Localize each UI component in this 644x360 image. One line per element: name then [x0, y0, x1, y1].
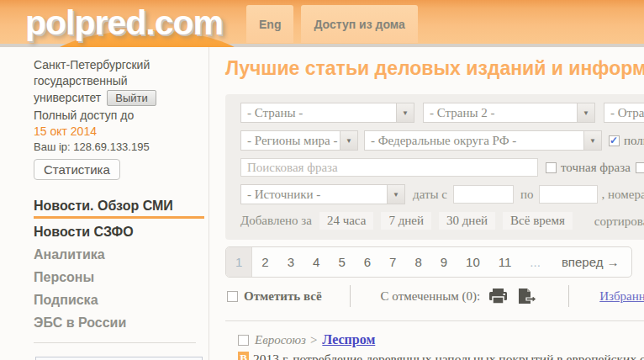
page-5[interactable]: 5 — [329, 247, 354, 277]
with-selected-label: С отмеченным (0): — [381, 289, 481, 304]
industries-select[interactable]: - Отрасл — [604, 103, 644, 123]
tab-home-access[interactable]: Доступ из дома — [301, 5, 417, 43]
page-1: 1 — [226, 247, 252, 277]
divider — [350, 285, 351, 307]
divider — [568, 285, 569, 307]
date-to-input[interactable] — [539, 185, 598, 204]
selection-bar: Отметить всё С отмеченным (0): Избранн — [225, 285, 644, 307]
sidebar-item-ebs-russia[interactable]: ЭБС в России — [34, 315, 202, 331]
org-name-line3: университет — [34, 90, 101, 106]
date-from-input[interactable] — [453, 185, 514, 204]
access-date: 15 окт 2014 — [34, 124, 202, 140]
sidebar-separator — [34, 342, 196, 343]
federal-districts-select-value: - Федеральные округа РФ - — [365, 134, 583, 148]
main-content: Лучшие статьи деловых изданий и информ -… — [225, 47, 644, 360]
sidebar-item-news-szfo[interactable]: Новости СЗФО — [34, 225, 202, 240]
article-category: Евросоюз — [255, 333, 306, 347]
search-input[interactable] — [240, 158, 538, 177]
article-checkbox[interactable] — [238, 335, 249, 346]
sort-label: сортировать — [594, 214, 644, 228]
sidebar-item-news-smi[interactable]: Новости. Обзор СМИ — [34, 199, 204, 219]
numbers-label: , номера — [601, 188, 644, 202]
period-7d-button[interactable]: 7 дней — [381, 212, 431, 230]
print-button[interactable] — [488, 289, 508, 304]
page-2[interactable]: 2 — [252, 247, 277, 277]
dates-from-label: даты с — [413, 188, 447, 202]
favorites-link[interactable]: Избранн — [599, 289, 644, 304]
page-4[interactable]: 4 — [304, 247, 329, 277]
added-label: Добавлено за — [240, 214, 312, 228]
article-rubric-link[interactable]: Леспром — [322, 332, 375, 347]
fulltext-label: полны — [624, 134, 644, 148]
header-tabs: Eng Доступ из дома — [246, 5, 418, 43]
dates-to-label: по — [520, 188, 534, 202]
statistics-button[interactable]: Статистика — [34, 159, 120, 180]
exact-phrase-label: точная фраза — [561, 161, 631, 175]
export-doc-icon — [518, 289, 536, 304]
breadcrumb-separator: > — [310, 333, 317, 347]
page-10[interactable]: 10 — [457, 247, 489, 277]
page-8[interactable]: 8 — [405, 247, 430, 277]
page-6[interactable]: 6 — [355, 247, 380, 277]
countries-select-value: - Страны - — [241, 106, 396, 120]
org-name-line2: государственный — [34, 73, 202, 89]
page-9[interactable]: 9 — [431, 247, 457, 277]
chevron-down-icon: ▼ — [396, 103, 414, 122]
page-11[interactable]: 11 — [489, 247, 521, 277]
sidebar-item-persons[interactable]: Персоны — [34, 270, 202, 285]
header: polpred.com Eng Доступ из дома — [0, 0, 644, 47]
next-page-button[interactable]: вперед → — [550, 247, 631, 277]
facebook-widget[interactable]: Найдите нас на Facebook — [35, 357, 203, 360]
source-badge: В — [238, 352, 249, 360]
article-header-row: Евросоюз > Леспром — [225, 332, 644, 347]
sidebar-content-divider — [209, 47, 209, 360]
site-logo[interactable]: polpred.com — [25, 3, 223, 43]
countries-select[interactable]: - Страны - ▼ — [240, 103, 414, 123]
sidebar-item-analytics[interactable]: Аналитика — [34, 247, 202, 262]
second-checkbox[interactable] — [636, 162, 644, 173]
page-ellipsis: ... — [520, 247, 550, 277]
content-separator — [225, 320, 644, 321]
article-text-row: В 2013 г. потребление деревянных напольн… — [225, 352, 644, 360]
industries-select-value: - Отрасл — [604, 106, 644, 120]
sidebar-menu: Новости. Обзор СМИ Новости СЗФО Аналитик… — [34, 199, 202, 331]
chevron-down-icon: ▼ — [583, 131, 601, 150]
period-24h-button[interactable]: 24 часа — [319, 212, 373, 230]
filter-panel: - Страны - ▼ - Страны 2 - ▼ - Отрасл - Р… — [225, 94, 644, 240]
sidebar: Санкт-Петербургский государственный унив… — [34, 57, 202, 360]
exact-phrase-checkbox[interactable] — [546, 162, 557, 173]
select-all-label: Отметить всё — [244, 289, 322, 304]
access-label: Полный доступ до — [34, 108, 202, 124]
chevron-down-icon: ▼ — [387, 185, 404, 204]
fulltext-checkbox[interactable] — [609, 135, 620, 146]
page-title: Лучшие статьи деловых изданий и информ — [225, 57, 644, 80]
tab-eng[interactable]: Eng — [246, 5, 293, 43]
countries2-select[interactable]: - Страны 2 - ▼ — [423, 103, 595, 123]
page-3[interactable]: 3 — [278, 247, 304, 277]
sources-select-value: - Источники - — [241, 188, 387, 202]
chevron-down-icon: ▼ — [577, 103, 594, 122]
world-regions-select-value: - Регионы мира - — [241, 134, 340, 148]
sidebar-item-subscription[interactable]: Подписка — [34, 293, 202, 308]
page-7[interactable]: 7 — [380, 247, 405, 277]
federal-districts-select[interactable]: - Федеральные округа РФ - ▼ — [364, 130, 602, 151]
article-text: 2013 г. потребление деревянных напольных… — [253, 352, 644, 360]
ip-address: Ваш ip: 128.69.133.195 — [34, 140, 202, 155]
sources-select[interactable]: - Источники - ▼ — [240, 184, 405, 204]
select-all-checkbox[interactable] — [227, 291, 238, 302]
export-button[interactable] — [518, 289, 536, 304]
period-all-button[interactable]: Всё время — [503, 212, 573, 230]
period-30d-button[interactable]: 30 дней — [439, 212, 495, 230]
org-name-line1: Санкт-Петербургский — [34, 57, 202, 73]
logout-button[interactable]: Выйти — [107, 90, 156, 106]
printer-icon — [488, 289, 508, 304]
countries2-select-value: - Страны 2 - — [424, 106, 577, 120]
pagination: 1 2 3 4 5 6 7 8 9 10 11 ... вперед → — [225, 246, 632, 278]
chevron-down-icon: ▼ — [340, 131, 357, 150]
world-regions-select[interactable]: - Регионы мира - ▼ — [240, 130, 358, 151]
